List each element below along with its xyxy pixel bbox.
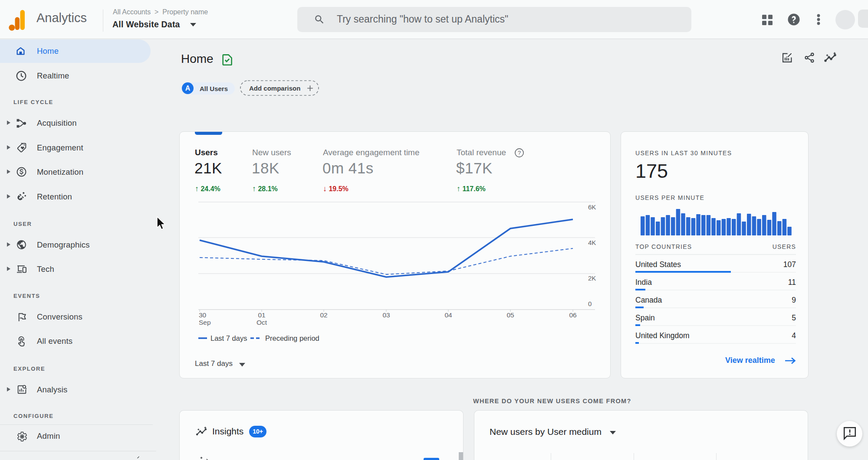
svg-text:Canada: Canada xyxy=(635,296,662,304)
svg-text:02: 02 xyxy=(320,311,327,319)
svg-text:Sep: Sep xyxy=(199,319,211,326)
svg-text:Oct: Oct xyxy=(256,319,267,326)
svg-text:Last 7 days: Last 7 days xyxy=(195,359,233,368)
svg-text:4: 4 xyxy=(792,331,796,340)
svg-text:05: 05 xyxy=(506,311,514,319)
svg-text:Spain: Spain xyxy=(635,313,655,322)
svg-text:TOP COUNTRIES: TOP COUNTRIES xyxy=(635,243,692,250)
svg-text:30: 30 xyxy=(199,311,207,319)
svg-text:03: 03 xyxy=(382,311,390,319)
svg-text:Last 7 days: Last 7 days xyxy=(210,334,247,342)
svg-text:2K: 2K xyxy=(588,274,596,282)
svg-text:Preceding period: Preceding period xyxy=(265,334,319,342)
svg-text:6K: 6K xyxy=(588,203,596,211)
svg-text:11: 11 xyxy=(788,278,796,287)
svg-text:06: 06 xyxy=(569,311,576,319)
svg-text:9: 9 xyxy=(792,296,796,304)
svg-text:107: 107 xyxy=(783,260,796,269)
svg-text:0: 0 xyxy=(588,300,592,307)
svg-text:04: 04 xyxy=(444,311,452,319)
svg-text:USERS: USERS xyxy=(773,243,796,250)
svg-text:United Kingdom: United Kingdom xyxy=(635,331,690,340)
svg-text:India: India xyxy=(635,278,652,287)
svg-text:United States: United States xyxy=(635,260,681,269)
svg-text:4K: 4K xyxy=(588,239,596,246)
svg-text:01: 01 xyxy=(258,311,265,319)
svg-text:5: 5 xyxy=(792,313,796,322)
